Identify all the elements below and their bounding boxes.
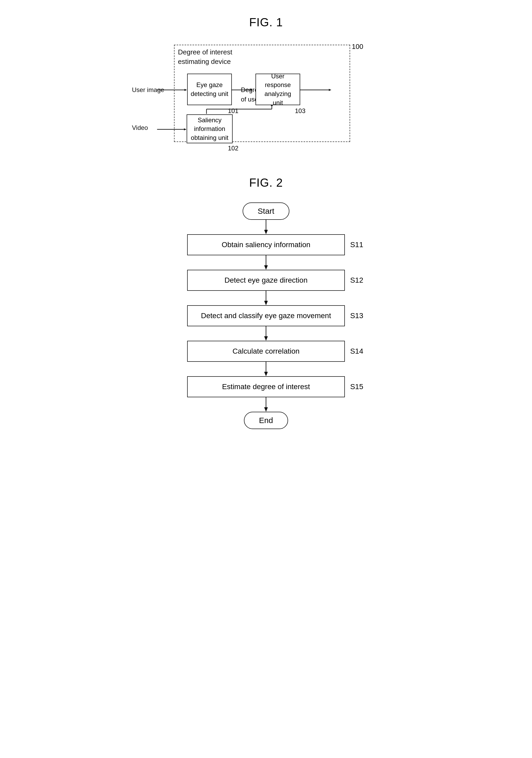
arrow-0 (262, 220, 270, 234)
process-box-S14: Calculate correlation (187, 341, 345, 362)
user-image-label: User image (132, 86, 164, 94)
step-S14-label: Calculate correlation (232, 347, 299, 355)
end-box: End (244, 412, 288, 429)
step-S11-label: Obtain saliency information (221, 241, 311, 249)
dashed-label: Degree of interestestimating device (178, 47, 232, 66)
step-S15: Estimate degree of interest S15 (166, 376, 366, 397)
svg-marker-13 (264, 230, 268, 234)
arrow-down-icon-2 (262, 291, 270, 305)
label-103: 103 (295, 107, 305, 115)
step-S13-label: Detect and classify eye gaze movement (201, 312, 331, 320)
svg-marker-21 (264, 372, 268, 376)
arrow-4 (262, 362, 270, 376)
end-label: End (259, 416, 273, 425)
step-id-S14: S14 (350, 347, 363, 356)
process-box-S13: Detect and classify eye gaze movement (187, 305, 345, 326)
flowchart: Start Obtain saliency information S11 (166, 202, 366, 429)
page-container: FIG. 1 (121, 0, 411, 445)
eye-gaze-box: Eye gazedetecting unit (187, 74, 232, 105)
arrow-down-icon-4 (262, 362, 270, 376)
user-response-label: Userresponseanalyzing unit (259, 72, 297, 107)
video-label: Video (132, 124, 148, 131)
arrow-down-icon-1 (262, 255, 270, 270)
process-box-S11: Obtain saliency information (187, 234, 345, 255)
step-S11: Obtain saliency information S11 (166, 234, 366, 255)
step-S12-label: Detect eye gaze direction (224, 276, 308, 284)
start-step: Start (166, 202, 366, 220)
fig2-title: FIG. 2 (249, 176, 283, 189)
step-id-S13: S13 (350, 312, 363, 320)
step-S12: Detect eye gaze direction S12 (166, 270, 366, 291)
saliency-label: Saliencyinformationobtaining unit (191, 116, 228, 142)
svg-marker-23 (264, 407, 268, 412)
arrow-5 (262, 397, 270, 412)
step-id-S11: S11 (350, 241, 363, 249)
arrow-1 (262, 255, 270, 270)
step-id-S15: S15 (350, 383, 363, 391)
start-box: Start (243, 202, 289, 220)
arrow-2 (262, 291, 270, 305)
start-label: Start (258, 207, 274, 215)
user-response-box: Userresponseanalyzing unit (255, 74, 300, 105)
step-S13: Detect and classify eye gaze movement S1… (166, 305, 366, 326)
fig1-section: FIG. 1 (127, 16, 405, 150)
fig1-diagram: 100 Degree of interestestimating device … (127, 39, 405, 150)
label-100: 100 (352, 43, 363, 51)
saliency-box: Saliencyinformationobtaining unit (186, 114, 233, 143)
svg-marker-17 (264, 301, 268, 305)
process-box-S12: Detect eye gaze direction (187, 270, 345, 291)
process-box-S15: Estimate degree of interest (187, 376, 345, 397)
dashed-label-text: Degree of interestestimating device (178, 48, 232, 65)
label-102: 102 (228, 145, 238, 152)
fig2-section: FIG. 2 Start Obtain saliency information (127, 176, 405, 429)
svg-marker-15 (264, 265, 268, 270)
arrow-3 (262, 326, 270, 341)
svg-marker-19 (264, 336, 268, 341)
arrow-down-icon-0 (262, 220, 270, 234)
fig1-title: FIG. 1 (249, 16, 283, 29)
arrow-down-icon-5 (262, 397, 270, 412)
step-S14: Calculate correlation S14 (166, 341, 366, 362)
end-step: End (166, 412, 366, 429)
arrow-down-icon-3 (262, 326, 270, 341)
step-id-S12: S12 (350, 276, 363, 285)
step-S15-label: Estimate degree of interest (222, 383, 310, 391)
label-101: 101 (228, 107, 238, 115)
eye-gaze-label: Eye gazedetecting unit (191, 81, 228, 98)
